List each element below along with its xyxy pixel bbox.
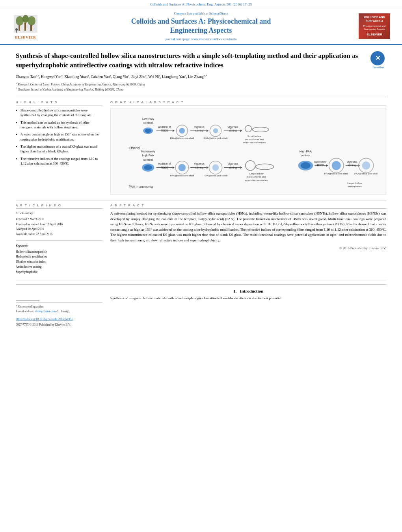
keyword-5: Superhydrophobic: [16, 270, 102, 275]
keyword-2: Hydrophobic modification: [16, 254, 102, 260]
svg-text:nanospheres and: nanospheres and: [247, 176, 266, 178]
received-date: Received 7 March 2016: [16, 217, 44, 221]
svg-rect-6: [30, 25, 32, 31]
crossmark-badge: ✕ CrossMark: [370, 51, 386, 69]
available-date: Available online 22 April 2016: [16, 232, 52, 236]
svg-text:Vigorous: Vigorous: [194, 126, 205, 129]
introduction-column: 1. Introduction Synthesis of inorganic h…: [110, 289, 386, 327]
list-item: This method can be scaled up for synthes…: [16, 120, 102, 130]
homepage-url: www.elsevier.com/locate/colsurfa: [191, 37, 236, 41]
elsevier-brand: ELSEVIER: [15, 35, 36, 39]
graphical-abstract-column: G R A P H I C A L A B S T R A C T Ethano…: [110, 100, 386, 195]
svg-marker-44: [173, 167, 175, 169]
divider-middle: [16, 200, 386, 200]
svg-point-34: [252, 127, 269, 132]
svg-text:Vigorous: Vigorous: [227, 126, 238, 129]
list-item: The highest transmittance of a coated K9…: [16, 144, 102, 154]
svg-rect-4: [19, 25, 20, 31]
keyword-4: Antireflective coating: [16, 265, 102, 270]
svg-text:Addition of: Addition of: [158, 162, 171, 165]
svg-marker-51: [207, 167, 208, 169]
svg-text:Low PAA: Low PAA: [142, 117, 154, 120]
svg-marker-16: [173, 130, 175, 132]
keywords-section: Keywords: Hollow silica nanoparticle Hyd…: [16, 244, 102, 275]
page: Colloids and Surfaces A: Physicochem. En…: [0, 0, 402, 532]
abstract-text: A soft-templating method for synthesizin…: [110, 211, 386, 243]
authors: Chaoyou Taoa,b, Hongwei Yana, Xiaodong Y…: [16, 74, 386, 80]
introduction-title: 1. Introduction: [110, 289, 386, 293]
affiliations: a Research Center of Laser Fusion, China…: [16, 82, 386, 92]
svg-text:nanospheres and: nanospheres and: [245, 138, 264, 141]
svg-marker-25: [207, 130, 208, 132]
svg-text:TEOS: TEOS: [317, 164, 324, 167]
svg-point-62: [256, 164, 274, 170]
journal-header: ELSEVIER Contents lists available at Sci…: [0, 8, 402, 45]
journal-title: Colloids and Surfaces A: Physicochemical…: [47, 17, 355, 35]
svg-text:Larger hollow: Larger hollow: [347, 182, 362, 184]
journal-info-center: Contents lists available at ScienceDirec…: [47, 11, 355, 41]
svg-text:worm-like nanotubes: worm-like nanotubes: [243, 141, 266, 144]
introduction-text: Synthesis of inorganic hollow materials …: [110, 296, 386, 301]
svg-text:Small hollow: Small hollow: [248, 135, 261, 137]
accepted-date: Accepted 20 April 2016: [16, 227, 44, 231]
svg-text:PAA in ammonia: PAA in ammonia: [129, 185, 153, 189]
elsevier-logo: ELSEVIER: [8, 13, 43, 39]
graphical-abstract-image: Ethanol PAA in ammonia Low PAA content: [110, 108, 386, 195]
divider-in-info: [16, 240, 102, 241]
divider-after-affiliations: [16, 97, 386, 97]
article-title: Synthesis of shape-controlled hollow sil…: [16, 51, 367, 70]
svg-point-14: [145, 129, 151, 133]
svg-point-42: [144, 165, 152, 170]
svg-point-7: [15, 28, 18, 31]
svg-text:Ethanol: Ethanol: [129, 146, 140, 150]
list-item: Shape-controlled hollow silica nanoparti…: [16, 108, 102, 118]
article-title-section: Synthesis of shape-controlled hollow sil…: [16, 51, 386, 70]
svg-text:PAA@silica core-shell: PAA@silica core-shell: [170, 137, 194, 139]
highlights-label: H I G H L I G H T S: [16, 100, 102, 106]
svg-text:content: content: [143, 158, 153, 161]
highlights-column: H I G H L I G H T S Shape-controlled hol…: [16, 100, 102, 195]
highlights-list: Shape-controlled hollow silica nanoparti…: [16, 108, 102, 166]
svg-marker-32: [240, 130, 242, 132]
svg-marker-71: [326, 164, 328, 167]
svg-text:content: content: [143, 121, 153, 125]
footer-corresponding: * Corresponding author. E-mail address: …: [16, 302, 102, 314]
list-item: A water contact angle as high as 153° wa…: [16, 132, 102, 142]
svg-text:Vigorous: Vigorous: [346, 160, 357, 163]
journal-homepage: journal homepage: www.elsevier.com/locat…: [47, 37, 355, 41]
graphical-abstract-label: G R A P H I C A L A B S T R A C T: [110, 100, 386, 106]
svg-marker-58: [240, 167, 242, 169]
svg-point-69: [301, 162, 311, 169]
highlights-graphical-section: H I G H L I G H T S Shape-controlled hol…: [16, 100, 386, 195]
svg-text:nanospheres: nanospheres: [348, 185, 362, 187]
svg-point-48: [178, 164, 186, 171]
article-history: Article history: Received 7 March 2016 R…: [16, 211, 102, 237]
svg-text:Addition of: Addition of: [158, 126, 171, 128]
copyright: © 2016 Published by Elsevier B.V.: [110, 246, 386, 250]
svg-text:content: content: [301, 154, 310, 158]
svg-text:PAA@silica core-shell: PAA@silica core-shell: [170, 174, 194, 177]
email-link: zhlmy@sina.com: [35, 310, 56, 313]
journal-citation-bar: Colloids and Surfaces A: Physicochem. En…: [0, 0, 402, 8]
svg-text:worm-like nanotubes: worm-like nanotubes: [245, 179, 268, 182]
list-item: The refractive indices of the coatings r…: [16, 156, 102, 166]
svg-point-55: [212, 164, 219, 171]
svg-text:TEOS: TEOS: [161, 166, 168, 169]
svg-text:stirring: stirring: [229, 166, 236, 169]
svg-text:Vigorous: Vigorous: [227, 162, 238, 165]
article-info-abstract-section: A R T I C L E I N F O Article history: R…: [16, 204, 386, 274]
footnote-rule: [16, 300, 39, 301]
svg-text:TEOS: TEOS: [161, 129, 168, 132]
right-logo-box: COLLOIDS AND SURFACES A Physicochemical …: [359, 13, 390, 39]
sciencedirect-link: Contents lists available at ScienceDirec…: [47, 11, 355, 15]
history-title: Article history:: [16, 211, 102, 216]
introduction-section: * Corresponding author. E-mail address: …: [16, 284, 386, 327]
graphical-abstract-svg: Ethanol PAA in ammonia Low PAA content: [111, 108, 386, 194]
svg-text:Addition of: Addition of: [314, 160, 327, 163]
sciencedirect-text: ScienceDirect: [209, 11, 228, 15]
journal-citation: Colloids and Surfaces A: Physicochem. En…: [150, 2, 252, 6]
svg-point-27: [213, 128, 218, 133]
keyword-1: Hollow silica nanoparticle: [16, 250, 102, 255]
svg-text:Large hollow: Large hollow: [249, 172, 264, 175]
svg-point-61: [246, 161, 255, 171]
